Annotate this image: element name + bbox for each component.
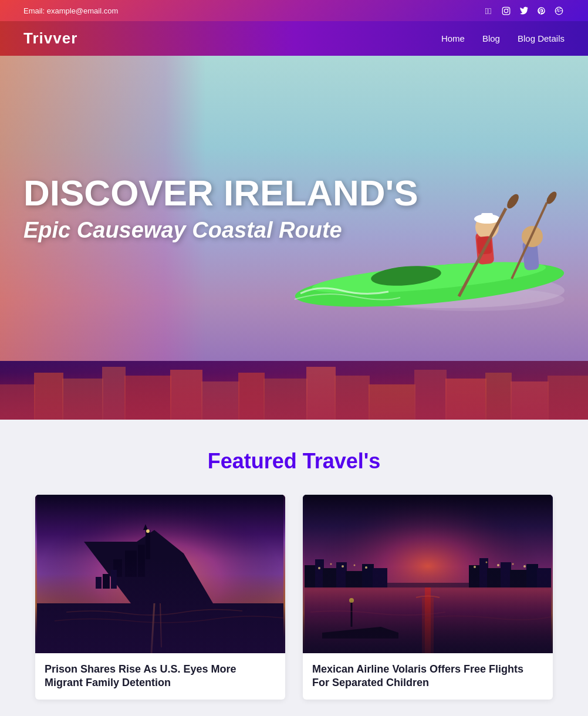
hero-band-inner [0,361,588,420]
card-2-image [303,495,553,653]
site-logo[interactable]: Trivver [23,29,77,48]
svg-point-15 [505,192,521,211]
svg-rect-82 [422,597,434,653]
svg-rect-57 [315,559,324,589]
svg-rect-66 [501,562,511,589]
twitter-icon[interactable] [518,5,529,16]
svg-rect-63 [469,565,481,589]
svg-rect-58 [323,568,337,589]
featured-section: Featured Travel's [0,420,588,716]
svg-rect-59 [336,562,347,589]
svg-rect-39 [37,495,283,653]
svg-rect-65 [487,568,502,589]
svg-line-52 [160,603,161,647]
svg-point-77 [497,564,499,566]
svg-rect-40 [37,603,283,653]
instagram-icon[interactable] [500,5,512,16]
svg-point-73 [354,565,356,566]
svg-point-75 [474,566,476,568]
nav-links-group: Home Blog Blog Details [441,33,565,43]
svg-rect-0 [502,7,510,15]
svg-rect-42 [113,559,122,577]
svg-rect-67 [510,570,528,589]
svg-point-72 [342,565,344,568]
hero-band [0,361,588,420]
card-2-title: Mexican Airline Volaris Offers Free Flig… [312,663,543,690]
svg-rect-61 [362,564,374,589]
svg-point-47 [146,529,150,533]
featured-cards-container: Prison Shares Rise As U.S. Eyes More Mig… [35,495,553,700]
svg-rect-48 [96,577,102,589]
svg-point-70 [318,567,320,569]
svg-rect-80 [305,587,551,653]
featured-card-1[interactable]: Prison Shares Rise As U.S. Eyes More Mig… [35,495,285,700]
hero-section: DISCOVER IRELAND'S Epic Causeway Coastal… [0,56,588,361]
svg-rect-43 [125,550,137,577]
svg-rect-55 [305,583,551,589]
svg-rect-62 [373,568,387,589]
svg-point-74 [365,566,367,569]
hero-title: DISCOVER IRELAND'S [23,173,418,213]
svg-point-85 [349,598,354,603]
nav-home-link[interactable]: Home [441,33,465,43]
svg-rect-60 [346,571,363,589]
svg-point-1 [504,9,508,12]
svg-rect-12 [481,213,493,221]
dribbble-icon[interactable] [553,5,565,16]
svg-rect-45 [146,530,150,559]
nav-blog-details-link[interactable]: Blog Details [518,33,565,43]
svg-point-79 [523,565,526,568]
nav-blog-link[interactable]: Blog [482,33,500,43]
social-icons-group: 𝐟 [482,5,565,16]
main-nav: Trivver Home Blog Blog Details [0,21,588,56]
svg-rect-54 [305,495,551,653]
svg-rect-44 [138,545,145,577]
svg-rect-49 [103,574,110,589]
svg-rect-69 [537,568,551,589]
hero-content: DISCOVER IRELAND'S Epic Causeway Coastal… [23,173,418,243]
svg-point-71 [330,563,332,565]
pinterest-icon[interactable] [535,5,547,16]
svg-rect-56 [305,565,316,589]
svg-rect-81 [425,587,431,653]
email-text: Email: example@email.com [23,6,118,15]
svg-point-2 [508,8,509,9]
card-2-body: Mexican Airline Volaris Offers Free Flig… [303,653,553,700]
svg-rect-50 [111,570,117,589]
svg-point-76 [486,562,488,563]
svg-rect-68 [526,564,538,589]
facebook-icon[interactable]: 𝐟 [482,5,494,16]
svg-line-51 [151,603,154,653]
card-1-title: Prison Shares Rise As U.S. Eyes More Mig… [45,663,276,690]
card-1-body: Prison Shares Rise As U.S. Eyes More Mig… [35,653,285,700]
featured-section-title: Featured Travel's [35,449,553,474]
card-1-image [35,495,285,653]
hero-band-buildings [0,373,588,420]
top-bar: Email: example@email.com 𝐟 [0,0,588,21]
svg-marker-83 [322,627,398,639]
svg-point-78 [512,563,514,565]
hero-subtitle: Epic Causeway Coastal Route [23,218,418,244]
featured-card-2[interactable]: Mexican Airline Volaris Offers Free Flig… [303,495,553,700]
